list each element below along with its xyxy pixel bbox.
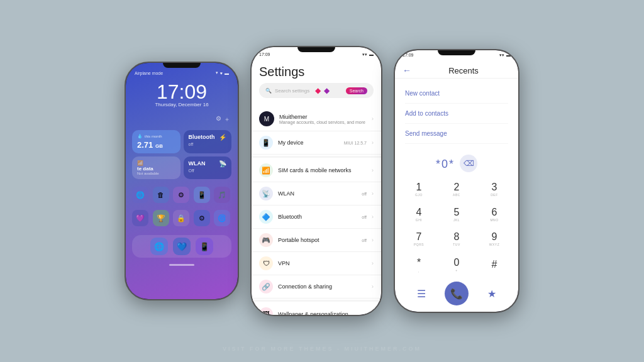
status-bar-1: Airplane mode ▾ ♥ ▬ xyxy=(132,70,231,75)
dial-num-1: 1 xyxy=(416,182,422,192)
app-icon-7[interactable]: 🏆 xyxy=(153,210,169,226)
app-icon-9[interactable]: ⚙ xyxy=(194,210,210,226)
sim-item[interactable]: 📶 SIM cards & mobile networks › xyxy=(252,159,381,182)
dial-letters-5: JKL xyxy=(453,218,460,222)
settings-icon[interactable]: ⚙ xyxy=(216,115,221,124)
diamond-purple: ◆ xyxy=(324,86,330,95)
recents-time: 17:09 xyxy=(402,53,414,58)
search-button[interactable]: Search xyxy=(346,87,367,94)
data-tile[interactable]: 💧 this month 2.71 GB xyxy=(132,130,180,153)
home-indicator[interactable] xyxy=(169,264,194,266)
delete-button[interactable]: ⌫ xyxy=(460,155,477,172)
mobile-status: Not available xyxy=(137,172,175,175)
dial-key-1[interactable]: 1 GJO xyxy=(400,177,438,202)
dial-key-5[interactable]: 5 JKL xyxy=(438,202,475,228)
wallpaper-name: Wallpaper & personalization xyxy=(278,311,367,315)
dial-key-3[interactable]: 3 DEF xyxy=(475,177,513,202)
recents-header: ← Recents xyxy=(395,60,518,79)
dial-key-9[interactable]: 9 WXYZ xyxy=(475,227,513,252)
bluetooth-name: Bluetooth xyxy=(278,214,357,220)
app-icon-2[interactable]: 🗑 xyxy=(153,187,169,203)
wallpaper-item[interactable]: 🖼 Wallpaper & personalization › xyxy=(252,303,381,315)
back-button[interactable]: ← xyxy=(402,65,411,75)
dial-key-star[interactable]: * , xyxy=(400,252,438,278)
device-version: MIUI 12.5.7 xyxy=(344,141,367,145)
settings-time: 17:09 xyxy=(259,52,270,57)
phone-recents-dialer: 17:09 ▾▾ ▬ ← Recents New contact Add to … xyxy=(394,49,519,313)
vpn-name: VPN xyxy=(278,260,367,266)
section-divider-1 xyxy=(252,156,381,158)
dial-key-4[interactable]: 4 GHI xyxy=(400,202,438,228)
vpn-item[interactable]: 🛡 VPN › xyxy=(252,252,381,275)
dial-key-7[interactable]: 7 PQRS xyxy=(400,227,438,252)
menu-action[interactable]: ☰ xyxy=(411,283,431,304)
connection-name: Connection & sharing xyxy=(278,283,367,290)
wlan-item[interactable]: 📡 WLAN off › xyxy=(252,182,381,206)
dial-key-6[interactable]: 6 MNO xyxy=(475,202,513,228)
call-button[interactable]: 📞 xyxy=(445,282,469,305)
bluetooth-settings-item[interactable]: 🔷 Bluetooth off › xyxy=(252,206,381,229)
app-grid-1: 🌐 🗑 ⚙ 📱 🎵 xyxy=(132,187,231,203)
app-icon-5[interactable]: 🎵 xyxy=(214,187,230,203)
wlan-tile[interactable]: WLAN 📡 Off xyxy=(184,156,232,179)
phone-lockscreen: Airplane mode ▾ ♥ ▬ 17:09 Thursday, Dece… xyxy=(125,62,239,300)
wlan-icon: 📡 xyxy=(219,160,226,167)
dial-key-hash[interactable]: # xyxy=(475,252,513,278)
add-to-contacts-option[interactable]: Add to contacts xyxy=(405,104,508,124)
hotspot-item[interactable]: 🎮 Portable hotspot off › xyxy=(252,229,381,252)
favorite-action[interactable]: ★ xyxy=(482,283,502,304)
connection-arrow: › xyxy=(372,283,374,290)
app-icon-3[interactable]: ⚙ xyxy=(173,187,189,203)
dial-key-0[interactable]: 0 + xyxy=(438,252,475,278)
dialer-bottom-actions: ☰ 📞 ★ xyxy=(395,278,518,312)
app-icon-8[interactable]: 🔒 xyxy=(173,210,189,226)
send-message-option[interactable]: Send message xyxy=(405,124,508,144)
battery-status-icon: ▬ xyxy=(369,52,374,57)
sim-icon: 📶 xyxy=(259,163,273,177)
menu-icon: ☰ xyxy=(417,288,426,300)
wallpaper-text: Wallpaper & personalization xyxy=(278,311,367,315)
add-icon[interactable]: ＋ xyxy=(224,115,230,124)
my-device-item[interactable]: 📱 My device MIUI 12.5.7 › xyxy=(252,131,381,155)
dial-letters-9: WXYZ xyxy=(489,243,499,246)
account-text: Miuithemer Manage accounts, cloud servic… xyxy=(279,114,367,124)
bluetooth-tile[interactable]: Bluetooth ⚡ off xyxy=(184,130,232,153)
settings-status-bar: 17:09 ▾▾ ▬ xyxy=(252,47,381,60)
mobile-tile[interactable]: 📶 te data Not available xyxy=(132,156,180,179)
search-icon: 🔍 xyxy=(265,88,272,94)
wlan-settings-icon: 📡 xyxy=(259,187,273,200)
wallpaper-icon: 🖼 xyxy=(259,307,273,315)
dial-letters-8: TUV xyxy=(453,243,460,246)
search-placeholder: Search settings xyxy=(275,88,309,94)
app-grid-2: 💜 🏆 🔒 ⚙ 🌀 xyxy=(132,210,231,226)
dial-letters-3: DEF xyxy=(491,193,498,197)
account-item[interactable]: M Miuithemer Manage accounts, cloud serv… xyxy=(252,107,381,131)
dock-icon-1[interactable]: 🌐 xyxy=(150,238,168,255)
recents-battery-icon: ▬ xyxy=(506,53,511,58)
dial-key-8[interactable]: 8 TUV xyxy=(438,227,475,252)
bluetooth-text: Bluetooth xyxy=(278,214,357,220)
account-avatar: M xyxy=(259,111,274,126)
dial-num-7: 7 xyxy=(416,232,422,242)
device-name: My device xyxy=(278,140,339,146)
sim-text: SIM cards & mobile networks xyxy=(278,167,367,173)
recents-status-icons: ▾▾ ▬ xyxy=(499,53,511,58)
settings-list: M Miuithemer Manage accounts, cloud serv… xyxy=(252,107,381,315)
new-contact-option[interactable]: New contact xyxy=(405,84,508,104)
dial-letters-star: , xyxy=(418,269,419,273)
dock-icon-2[interactable]: 💙 xyxy=(173,238,191,255)
phone-settings: 17:09 ▾▾ ▬ Settings 🔍 Search settings ◆ … xyxy=(250,46,382,316)
search-bar[interactable]: 🔍 Search settings ◆ ◆ Search xyxy=(259,83,374,98)
connection-item[interactable]: 🔗 Connection & sharing › xyxy=(252,275,381,299)
watermark: VISIT FOR MORE THEMES - MIUITHEMER.COM xyxy=(0,346,644,352)
dock-icon-3[interactable]: 📱 xyxy=(196,238,213,255)
dial-key-2[interactable]: 2 ABC xyxy=(438,177,475,202)
app-icon-10[interactable]: 🌀 xyxy=(214,210,230,226)
app-icon-1[interactable]: 🌐 xyxy=(132,187,148,203)
app-icon-6[interactable]: 💜 xyxy=(132,210,148,226)
dial-num-0: 0 xyxy=(454,258,460,268)
app-icon-4[interactable]: 📱 xyxy=(194,187,210,203)
wifi-status-icon: ▾▾ xyxy=(362,52,367,57)
bluetooth-label: Bluetooth xyxy=(189,134,215,141)
dialer-grid: 1 GJO 2 ABC 3 DEF 4 GHI 5 JKL 6 MNO xyxy=(395,177,518,278)
